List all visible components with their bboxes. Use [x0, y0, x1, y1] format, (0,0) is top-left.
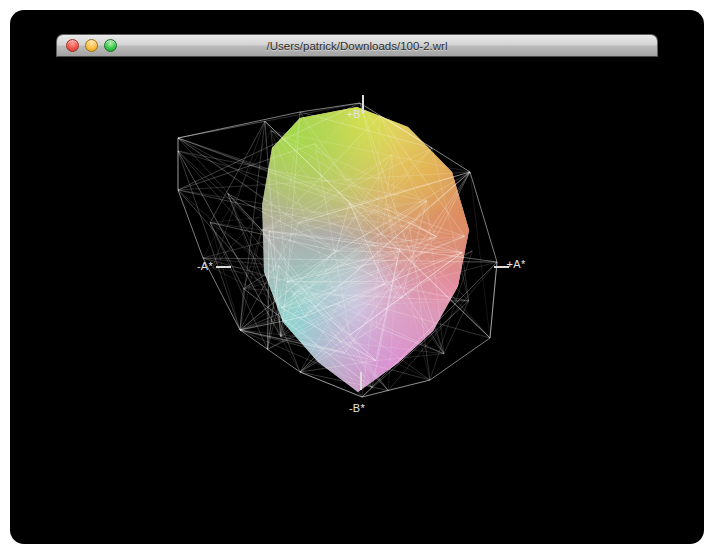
- axis-tick-left: [216, 266, 231, 268]
- window-title: /Users/patrick/Downloads/100-2.wrl: [57, 35, 657, 56]
- gamut-wireframe: [10, 10, 704, 544]
- axis-label-plus-b: +B*: [347, 108, 366, 120]
- desktop: +B* -A* +A* -B* /Users/patrick/Downloads…: [10, 10, 704, 544]
- axis-tick-bottom: [360, 372, 362, 390]
- close-button[interactable]: [66, 39, 79, 52]
- axis-label-minus-a: -A*: [197, 260, 213, 272]
- axis-label-plus-a: +A*: [507, 258, 526, 270]
- minimize-button[interactable]: [85, 39, 98, 52]
- window-titlebar[interactable]: /Users/patrick/Downloads/100-2.wrl: [56, 34, 658, 57]
- window-controls: [66, 39, 117, 52]
- viewer-canvas[interactable]: +B* -A* +A* -B*: [10, 10, 704, 544]
- screenshot-root: +B* -A* +A* -B* /Users/patrick/Downloads…: [0, 0, 714, 554]
- gamut-solid: [262, 107, 470, 392]
- axis-label-minus-b: -B*: [349, 402, 365, 414]
- zoom-button[interactable]: [104, 39, 117, 52]
